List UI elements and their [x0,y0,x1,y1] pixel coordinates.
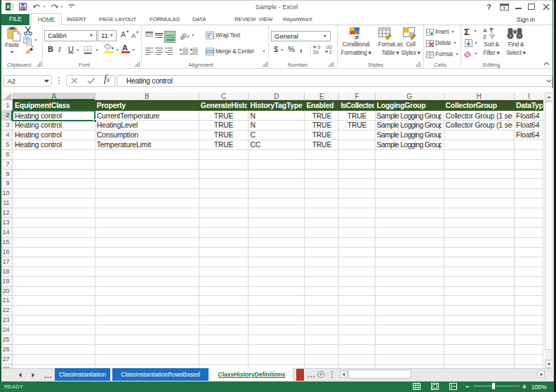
svg-text:ab: ab [180,32,188,41]
svg-text:0: 0 [329,50,332,55]
svg-text:00: 00 [313,50,319,55]
svg-text:≠: ≠ [355,33,359,41]
svg-text:Z: Z [483,34,486,39]
svg-text:X: X [6,4,10,10]
svg-text:A: A [483,27,487,34]
